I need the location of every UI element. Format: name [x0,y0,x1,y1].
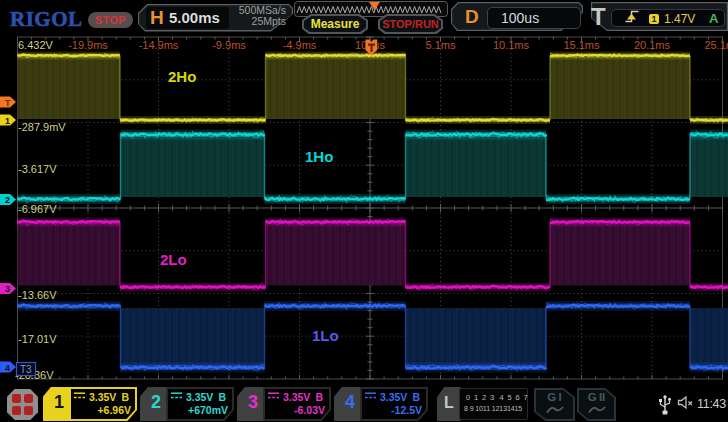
svg-text:2Ho: 2Ho [168,68,196,85]
svg-text:-6.967V: -6.967V [18,203,57,215]
svg-text:25.1ms: 25.1ms [704,39,728,51]
svg-text:-3.617V: -3.617V [18,163,57,175]
svg-text:10.1ms: 10.1ms [493,39,530,51]
svg-text:15.1ms: 15.1ms [563,39,600,51]
svg-text:4: 4 [5,363,10,373]
svg-text:-19.9ms: -19.9ms [68,39,108,51]
svg-text:-9.9ms: -9.9ms [212,39,246,51]
svg-text:-14.9ms: -14.9ms [139,39,179,51]
svg-text:1: 1 [5,116,10,126]
svg-text:-287.9mV: -287.9mV [18,121,66,133]
svg-text:1Ho: 1Ho [305,148,333,165]
svg-text:2: 2 [5,195,10,205]
svg-text:3: 3 [5,284,10,294]
svg-text:2Lo: 2Lo [160,251,187,268]
svg-text:T3: T3 [20,364,32,375]
svg-text:T: T [5,98,11,108]
svg-text:6.432V: 6.432V [18,39,54,51]
svg-text:-4.9ms: -4.9ms [283,39,317,51]
svg-text:20.1ms: 20.1ms [634,39,671,51]
svg-text:-13.66V: -13.66V [18,289,57,301]
svg-text:1Lo: 1Lo [312,327,339,344]
svg-text:5.1ms: 5.1ms [426,39,456,51]
svg-text:-17.01V: -17.01V [18,333,57,345]
